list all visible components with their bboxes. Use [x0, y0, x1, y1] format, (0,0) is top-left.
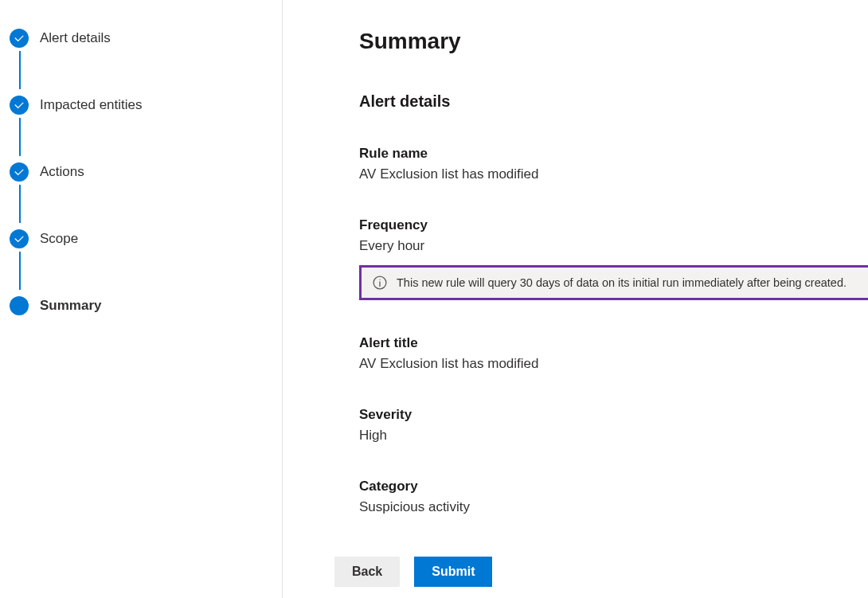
step-label: Alert details: [40, 30, 111, 46]
field-label: Frequency: [359, 217, 868, 233]
field-rule-name: Rule name AV Exclusion list has modified: [359, 146, 868, 182]
field-label: Rule name: [359, 146, 868, 162]
field-label: Severity: [359, 407, 868, 423]
submit-button[interactable]: Submit: [414, 557, 492, 587]
field-category: Category Suspicious activity: [359, 479, 868, 515]
step-summary[interactable]: Summary: [10, 291, 266, 320]
svg-point-2: [379, 279, 380, 279]
summary-panel: Summary Alert details Rule name AV Exclu…: [283, 0, 868, 598]
step-label: Summary: [40, 298, 101, 314]
step-label: Actions: [40, 164, 84, 180]
field-value: AV Exclusion list has modified: [359, 356, 868, 372]
info-banner-text: This new rule will query 30 days of data…: [397, 276, 846, 289]
step-alert-details[interactable]: Alert details: [10, 24, 266, 53]
check-circle-icon: [10, 229, 29, 248]
step-scope[interactable]: Scope: [10, 225, 266, 253]
back-button[interactable]: Back: [334, 557, 400, 587]
field-label: Category: [359, 479, 868, 494]
info-icon: [373, 276, 387, 290]
wizard-footer: Back Submit: [334, 557, 492, 587]
field-alert-title: Alert title AV Exclusion list has modifi…: [359, 335, 868, 372]
section-title: Alert details: [359, 92, 868, 111]
field-frequency: Frequency Every hour This new rule will …: [359, 217, 868, 300]
field-value: High: [359, 428, 868, 444]
field-severity: Severity High: [359, 407, 868, 444]
page-title: Summary: [359, 29, 868, 54]
field-value: Suspicious activity: [359, 499, 868, 515]
info-banner: This new rule will query 30 days of data…: [359, 265, 868, 300]
field-value: AV Exclusion list has modified: [359, 166, 868, 182]
check-circle-icon: [10, 162, 29, 182]
check-circle-icon: [10, 29, 29, 48]
step-actions[interactable]: Actions: [10, 158, 266, 186]
step-label: Scope: [40, 231, 78, 247]
field-label: Alert title: [359, 335, 868, 351]
check-circle-icon: [10, 96, 29, 115]
step-impacted-entities[interactable]: Impacted entities: [10, 91, 266, 119]
current-step-icon: [10, 296, 29, 315]
wizard-sidebar: Alert details Impacted entities Actions: [0, 0, 283, 598]
step-label: Impacted entities: [40, 97, 143, 113]
field-value: Every hour: [359, 238, 868, 254]
